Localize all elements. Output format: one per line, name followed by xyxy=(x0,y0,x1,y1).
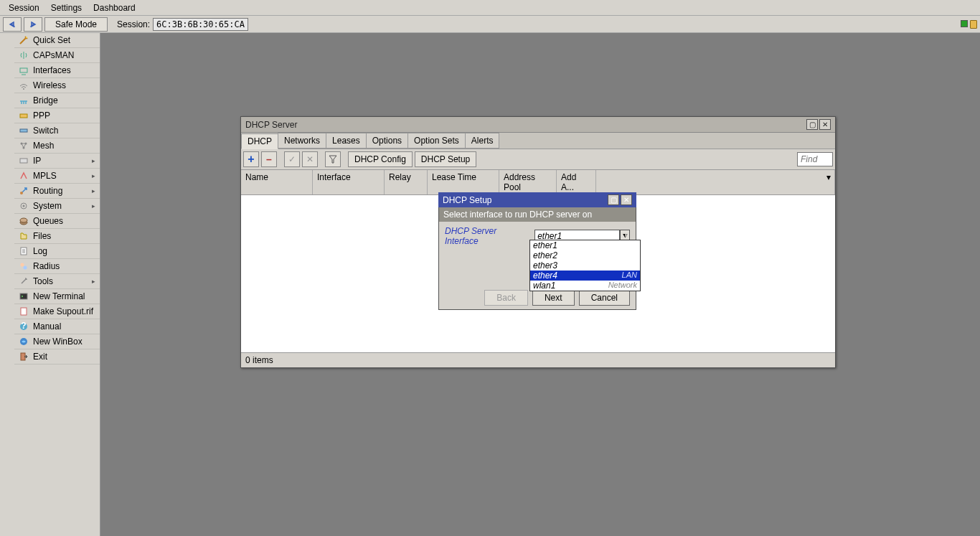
menu-settings[interactable]: Settings xyxy=(45,1,88,14)
mesh-icon xyxy=(18,141,29,151)
add-button[interactable]: + xyxy=(243,151,259,167)
sidebar-item-bridge[interactable]: Bridge xyxy=(14,93,100,108)
tab-option-sets[interactable]: Option Sets xyxy=(407,133,466,149)
sidebar-item-make-supout-rif[interactable]: Make Supout.rif xyxy=(14,304,100,319)
sidebar-item-files[interactable]: Files xyxy=(14,229,100,244)
sidebar-item-log[interactable]: Log xyxy=(14,244,100,259)
redo-button[interactable] xyxy=(24,17,42,32)
setup-minimize-button[interactable]: ▢ xyxy=(608,194,619,205)
submenu-arrow-icon: ▸ xyxy=(92,157,95,164)
sidebar: Quick SetCAPsMANInterfacesWirelessBridge… xyxy=(0,33,100,536)
sidebar-item-label: Mesh xyxy=(33,141,54,151)
wifi-icon xyxy=(18,80,29,90)
sidebar-item-interfaces[interactable]: Interfaces xyxy=(14,63,100,78)
next-button[interactable]: Next xyxy=(532,290,575,306)
safe-mode-button[interactable]: Safe Mode xyxy=(44,17,108,32)
tab-networks[interactable]: Networks xyxy=(278,133,326,149)
filter-button[interactable] xyxy=(325,151,341,167)
column-header[interactable]: Name xyxy=(241,170,313,194)
sidebar-item-label: Routing xyxy=(33,186,62,196)
cancel-button[interactable]: Cancel xyxy=(579,290,630,306)
svg-rect-1 xyxy=(20,68,27,72)
sidebar-item-label: Bridge xyxy=(33,95,58,105)
bridge-icon xyxy=(18,95,29,105)
sidebar-item-label: Switch xyxy=(33,126,58,136)
sidebar-item-capsman[interactable]: CAPsMAN xyxy=(14,48,100,63)
submenu-arrow-icon: ▸ xyxy=(92,278,95,285)
sidebar-item-new-terminal[interactable]: New Terminal xyxy=(14,289,100,304)
dropdown-option-ether1[interactable]: ether1 xyxy=(530,240,640,250)
column-menu-button[interactable]: ▾ xyxy=(822,170,835,194)
sidebar-item-exit[interactable]: Exit xyxy=(14,349,100,365)
dhcp-setup-button[interactable]: DHCP Setup xyxy=(415,151,476,167)
sidebar-item-label: System xyxy=(33,201,62,211)
sidebar-item-system[interactable]: System▸ xyxy=(14,199,100,214)
dropdown-option-ether2[interactable]: ether2 xyxy=(530,250,640,260)
remove-button[interactable]: – xyxy=(261,151,277,167)
session-label: Session: xyxy=(117,19,150,29)
disable-button[interactable]: ✕ xyxy=(302,151,318,167)
sidebar-item-quick-set[interactable]: Quick Set xyxy=(14,33,100,48)
column-header[interactable]: Address Pool xyxy=(499,170,557,194)
tab-alerts[interactable]: Alerts xyxy=(465,133,500,149)
interface-label: DHCP Server Interface xyxy=(445,226,530,246)
find-input[interactable] xyxy=(797,152,833,166)
sidebar-item-switch[interactable]: Switch xyxy=(14,123,100,138)
undo-button[interactable] xyxy=(3,17,22,32)
sidebar-item-new-winbox[interactable]: New WinBox xyxy=(14,334,100,349)
enable-button[interactable]: ✓ xyxy=(284,151,300,167)
sidebar-item-label: MPLS xyxy=(33,171,57,181)
sidebar-item-mesh[interactable]: Mesh xyxy=(14,138,100,154)
workspace: DHCP Server ▢ ✕ DHCPNetworksLeasesOption… xyxy=(100,33,980,536)
supout-icon xyxy=(18,306,29,316)
interface-dropdown[interactable]: ether1ether2ether3ether4LANwlan1Network xyxy=(529,240,641,291)
switch-icon xyxy=(18,126,29,136)
sidebar-item-ip[interactable]: IP▸ xyxy=(14,154,100,169)
svg-point-11 xyxy=(23,205,25,207)
sidebar-item-radius[interactable]: Radius xyxy=(14,259,100,274)
dhcp-window-titlebar[interactable]: DHCP Server ▢ ✕ xyxy=(241,117,835,133)
back-button[interactable]: Back xyxy=(484,290,528,306)
submenu-arrow-icon: ▸ xyxy=(92,187,95,194)
setup-close-button[interactable]: ✕ xyxy=(621,194,632,205)
dhcp-window-title: DHCP Server xyxy=(245,120,297,130)
dhcp-statusbar: 0 items xyxy=(241,353,835,367)
tab-options[interactable]: Options xyxy=(366,133,408,149)
sidebar-item-label: CAPsMAN xyxy=(33,50,74,60)
sidebar-item-label: Exit xyxy=(33,352,47,362)
column-header[interactable]: Lease Time xyxy=(428,170,499,194)
menu-session[interactable]: Session xyxy=(3,1,45,14)
status-indicator-icon xyxy=(961,20,968,27)
tab-dhcp[interactable]: DHCP xyxy=(241,133,278,149)
window-close-button[interactable]: ✕ xyxy=(819,119,831,130)
dhcp-config-button[interactable]: DHCP Config xyxy=(348,151,413,167)
column-header[interactable]: Add A... xyxy=(557,170,596,194)
sidebar-item-ppp[interactable]: PPP xyxy=(14,108,100,123)
terminal-icon xyxy=(18,291,29,301)
svg-rect-4 xyxy=(20,129,27,132)
ip-icon xyxy=(18,156,29,166)
setup-window-title: DHCP Setup xyxy=(443,195,491,205)
column-header[interactable]: Interface xyxy=(313,170,385,194)
sidebar-item-label: Log xyxy=(33,246,47,256)
sidebar-item-mpls[interactable]: MPLS▸ xyxy=(14,169,100,184)
menu-dashboard[interactable]: Dashboard xyxy=(88,1,141,14)
dropdown-option-ether3[interactable]: ether3 xyxy=(530,260,640,271)
sidebar-item-routing[interactable]: Routing▸ xyxy=(14,184,100,199)
dropdown-option-wlan1[interactable]: wlan1Network xyxy=(530,281,640,291)
sidebar-item-queues[interactable]: Queues xyxy=(14,214,100,229)
sidebar-item-manual[interactable]: ?Manual xyxy=(14,319,100,334)
tab-leases[interactable]: Leases xyxy=(326,133,367,149)
sidebar-item-label: New Terminal xyxy=(33,291,85,301)
svg-text:?: ? xyxy=(21,321,26,331)
sidebar-item-wireless[interactable]: Wireless xyxy=(14,78,100,93)
setup-window-titlebar[interactable]: DHCP Setup ▢ ✕ xyxy=(438,192,636,207)
sidebar-item-tools[interactable]: Tools▸ xyxy=(14,274,100,289)
svg-point-16 xyxy=(24,266,27,270)
manual-icon: ? xyxy=(18,321,29,332)
submenu-arrow-icon: ▸ xyxy=(92,202,95,210)
column-header[interactable]: Relay xyxy=(385,170,428,194)
menubar: Session Settings Dashboard xyxy=(0,0,980,16)
window-minimize-button[interactable]: ▢ xyxy=(806,119,818,130)
dropdown-option-ether4[interactable]: ether4LAN xyxy=(530,271,640,281)
